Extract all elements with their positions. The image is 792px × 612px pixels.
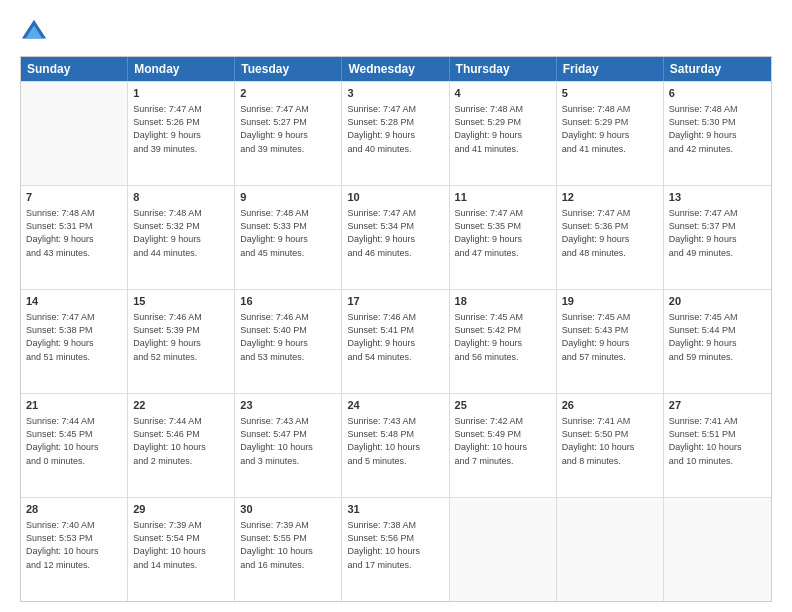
day-number: 31 (347, 502, 443, 517)
cell-line: Sunrise: 7:47 AM (669, 207, 766, 220)
calendar-cell: 29Sunrise: 7:39 AMSunset: 5:54 PMDayligh… (128, 498, 235, 601)
cell-line: Sunrise: 7:46 AM (347, 311, 443, 324)
cell-line: Sunset: 5:55 PM (240, 532, 336, 545)
cell-line: Sunrise: 7:45 AM (669, 311, 766, 324)
cell-line: Sunrise: 7:45 AM (455, 311, 551, 324)
cell-line: Daylight: 10 hours (562, 441, 658, 454)
cell-line: Sunset: 5:40 PM (240, 324, 336, 337)
cell-line: Daylight: 9 hours (133, 129, 229, 142)
day-number: 12 (562, 190, 658, 205)
cell-line: and 2 minutes. (133, 455, 229, 468)
cell-line: and 45 minutes. (240, 247, 336, 260)
day-number: 20 (669, 294, 766, 309)
cell-line: Daylight: 9 hours (240, 337, 336, 350)
cell-line: and 46 minutes. (347, 247, 443, 260)
day-number: 26 (562, 398, 658, 413)
cell-line: Daylight: 10 hours (240, 441, 336, 454)
cell-line: Daylight: 9 hours (26, 337, 122, 350)
calendar-header-cell: Friday (557, 57, 664, 81)
calendar-cell: 12Sunrise: 7:47 AMSunset: 5:36 PMDayligh… (557, 186, 664, 289)
cell-line: Sunset: 5:46 PM (133, 428, 229, 441)
calendar-cell: 24Sunrise: 7:43 AMSunset: 5:48 PMDayligh… (342, 394, 449, 497)
cell-line: Daylight: 9 hours (455, 233, 551, 246)
calendar: SundayMondayTuesdayWednesdayThursdayFrid… (20, 56, 772, 602)
cell-line: Daylight: 9 hours (455, 337, 551, 350)
cell-line: Daylight: 10 hours (133, 545, 229, 558)
cell-line: Sunset: 5:29 PM (455, 116, 551, 129)
calendar-cell: 10Sunrise: 7:47 AMSunset: 5:34 PMDayligh… (342, 186, 449, 289)
day-number: 24 (347, 398, 443, 413)
cell-line: Sunrise: 7:48 AM (562, 103, 658, 116)
calendar-cell: 20Sunrise: 7:45 AMSunset: 5:44 PMDayligh… (664, 290, 771, 393)
cell-line: Daylight: 9 hours (347, 233, 443, 246)
cell-line: Sunset: 5:53 PM (26, 532, 122, 545)
day-number: 23 (240, 398, 336, 413)
calendar-cell: 13Sunrise: 7:47 AMSunset: 5:37 PMDayligh… (664, 186, 771, 289)
calendar-row: 1Sunrise: 7:47 AMSunset: 5:26 PMDaylight… (21, 81, 771, 185)
day-number: 1 (133, 86, 229, 101)
cell-line: Sunset: 5:56 PM (347, 532, 443, 545)
calendar-cell: 22Sunrise: 7:44 AMSunset: 5:46 PMDayligh… (128, 394, 235, 497)
cell-line: and 8 minutes. (562, 455, 658, 468)
cell-line: Sunrise: 7:43 AM (347, 415, 443, 428)
cell-line: Sunset: 5:44 PM (669, 324, 766, 337)
day-number: 9 (240, 190, 336, 205)
calendar-cell: 18Sunrise: 7:45 AMSunset: 5:42 PMDayligh… (450, 290, 557, 393)
cell-line: and 52 minutes. (133, 351, 229, 364)
cell-line: and 47 minutes. (455, 247, 551, 260)
calendar-header-cell: Wednesday (342, 57, 449, 81)
cell-line: and 41 minutes. (562, 143, 658, 156)
cell-line: and 17 minutes. (347, 559, 443, 572)
cell-line: and 14 minutes. (133, 559, 229, 572)
cell-line: Sunrise: 7:41 AM (669, 415, 766, 428)
cell-line: Sunrise: 7:48 AM (669, 103, 766, 116)
cell-line: Sunset: 5:37 PM (669, 220, 766, 233)
day-number: 27 (669, 398, 766, 413)
cell-line: and 54 minutes. (347, 351, 443, 364)
calendar-cell: 30Sunrise: 7:39 AMSunset: 5:55 PMDayligh… (235, 498, 342, 601)
cell-line: Daylight: 9 hours (669, 233, 766, 246)
calendar-cell: 6Sunrise: 7:48 AMSunset: 5:30 PMDaylight… (664, 82, 771, 185)
day-number: 2 (240, 86, 336, 101)
cell-line: Sunrise: 7:47 AM (347, 103, 443, 116)
header (20, 16, 772, 46)
cell-line: Daylight: 9 hours (562, 337, 658, 350)
cell-line: and 57 minutes. (562, 351, 658, 364)
cell-line: and 53 minutes. (240, 351, 336, 364)
day-number: 3 (347, 86, 443, 101)
cell-line: Sunrise: 7:47 AM (26, 311, 122, 324)
cell-line: Sunset: 5:41 PM (347, 324, 443, 337)
calendar-header-cell: Thursday (450, 57, 557, 81)
calendar-cell: 9Sunrise: 7:48 AMSunset: 5:33 PMDaylight… (235, 186, 342, 289)
cell-line: Sunrise: 7:48 AM (240, 207, 336, 220)
day-number: 4 (455, 86, 551, 101)
day-number: 21 (26, 398, 122, 413)
cell-line: Daylight: 10 hours (26, 545, 122, 558)
cell-line: and 48 minutes. (562, 247, 658, 260)
cell-line: Sunset: 5:47 PM (240, 428, 336, 441)
cell-line: Daylight: 9 hours (455, 129, 551, 142)
cell-line: Sunset: 5:54 PM (133, 532, 229, 545)
day-number: 30 (240, 502, 336, 517)
cell-line: and 40 minutes. (347, 143, 443, 156)
cell-line: and 43 minutes. (26, 247, 122, 260)
calendar-cell: 16Sunrise: 7:46 AMSunset: 5:40 PMDayligh… (235, 290, 342, 393)
cell-line: Sunset: 5:34 PM (347, 220, 443, 233)
cell-line: Sunset: 5:33 PM (240, 220, 336, 233)
cell-line: Daylight: 10 hours (240, 545, 336, 558)
cell-line: Daylight: 9 hours (669, 337, 766, 350)
calendar-cell: 25Sunrise: 7:42 AMSunset: 5:49 PMDayligh… (450, 394, 557, 497)
day-number: 28 (26, 502, 122, 517)
day-number: 18 (455, 294, 551, 309)
cell-line: Sunset: 5:29 PM (562, 116, 658, 129)
calendar-cell: 21Sunrise: 7:44 AMSunset: 5:45 PMDayligh… (21, 394, 128, 497)
day-number: 8 (133, 190, 229, 205)
calendar-cell: 1Sunrise: 7:47 AMSunset: 5:26 PMDaylight… (128, 82, 235, 185)
cell-line: Sunrise: 7:40 AM (26, 519, 122, 532)
cell-line: and 51 minutes. (26, 351, 122, 364)
cell-line: and 44 minutes. (133, 247, 229, 260)
calendar-cell: 8Sunrise: 7:48 AMSunset: 5:32 PMDaylight… (128, 186, 235, 289)
calendar-cell: 28Sunrise: 7:40 AMSunset: 5:53 PMDayligh… (21, 498, 128, 601)
day-number: 14 (26, 294, 122, 309)
cell-line: and 49 minutes. (669, 247, 766, 260)
